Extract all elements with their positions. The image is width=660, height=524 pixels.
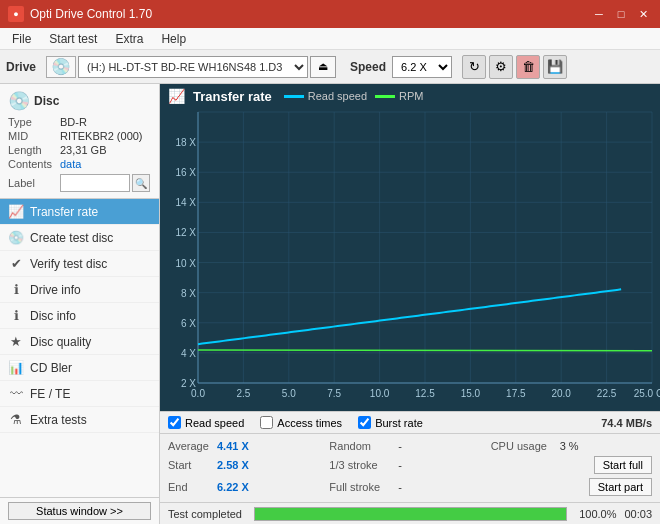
settings-icon[interactable]: ⚙ [489,55,513,79]
menubar: File Start test Extra Help [0,28,660,50]
chart-title: Transfer rate [193,89,272,104]
start-label: Start [168,459,213,471]
read-speed-checkbox[interactable] [168,416,181,429]
burst-rate-label: Burst rate [375,417,423,429]
main-content: 💿 Disc Type BD-R MID RITEKBR2 (000) Leng… [0,84,660,524]
nav-item-drive-info[interactable]: ℹ Drive info [0,277,159,303]
fe-te-icon: 〰 [8,386,24,401]
drive-select[interactable]: (H:) HL-DT-ST BD-RE WH16NS48 1.D3 [78,56,308,78]
chart-container [160,108,660,411]
end-label: End [168,481,213,493]
chart-controls: Read speed Access times Burst rate 74.4 … [160,411,660,433]
end-value: 6.22 X [217,481,257,493]
status-window-button[interactable]: Status window >> [8,502,151,520]
mid-value: RITEKBR2 (000) [60,130,143,142]
cd-bler-icon: 📊 [8,360,24,375]
nav-item-extra-tests[interactable]: ⚗ Extra tests [0,407,159,433]
menu-start-test[interactable]: Start test [41,30,105,48]
cpu-col: CPU usage 3 % [491,440,652,452]
access-times-checkbox-label[interactable]: Access times [260,416,342,429]
drive-info-icon: ℹ [8,282,24,297]
nav-item-verify-test-disc[interactable]: ✔ Verify test disc [0,251,159,277]
nav-label-extra-tests: Extra tests [30,413,87,427]
contents-value[interactable]: data [60,158,81,170]
nav-item-disc-info[interactable]: ℹ Disc info [0,303,159,329]
label-input[interactable] [60,174,130,192]
disc-heading: Disc [34,94,59,108]
label-edit-button[interactable]: 🔍 [132,174,150,192]
read-speed-checkbox-label[interactable]: Read speed [168,416,244,429]
drive-label: Drive [6,60,36,74]
nav-item-fe-te[interactable]: 〰 FE / TE [0,381,159,407]
burst-rate-checkbox[interactable] [358,416,371,429]
legend-rpm: RPM [375,90,423,102]
chart-legend: Read speed RPM [284,90,424,102]
menu-extra[interactable]: Extra [107,30,151,48]
type-key: Type [8,116,60,128]
nav-label-fe-te: FE / TE [30,387,70,401]
disc-icon: 💿 [8,90,30,112]
stats-row-2: Start 2.58 X 1/3 stroke - Start full [168,454,652,476]
erase-icon[interactable]: 🗑 [516,55,540,79]
stats-area: Average 4.41 X Random - CPU usage 3 % St… [160,433,660,502]
random-label: Random [329,440,394,452]
content-area: 📈 Transfer rate Read speed RPM Read sp [160,84,660,524]
full-stroke-value: - [398,481,418,493]
legend-read-color [284,95,304,98]
nav-label-disc-quality: Disc quality [30,335,91,349]
chart-title-icon: 📈 [168,88,185,104]
maximize-button[interactable]: □ [612,5,630,23]
legend-read-label: Read speed [308,90,367,102]
time-label: 00:03 [624,508,652,520]
end-col: End 6.22 X [168,481,329,493]
start-part-col: Start part [491,478,652,496]
avg-label: Average [168,440,213,452]
cpu-label: CPU usage [491,440,556,452]
start-full-button[interactable]: Start full [594,456,652,474]
app-icon: ● [8,6,24,22]
toolbar: Drive 💿 (H:) HL-DT-ST BD-RE WH16NS48 1.D… [0,50,660,84]
nav-item-create-test-disc[interactable]: 💿 Create test disc [0,225,159,251]
full-stroke-label: Full stroke [329,481,394,493]
status-text: Test completed [168,508,242,520]
random-col: Random - [329,440,490,452]
start-value: 2.58 X [217,459,257,471]
access-times-checkbox[interactable] [260,416,273,429]
nav-label-disc-info: Disc info [30,309,76,323]
full-stroke-col: Full stroke - [329,481,490,493]
close-button[interactable]: ✕ [634,5,652,23]
nav-label-verify-test-disc: Verify test disc [30,257,107,271]
disc-info-icon: ℹ [8,308,24,323]
avg-value: 4.41 X [217,440,257,452]
burst-rate-checkbox-label[interactable]: Burst rate [358,416,423,429]
avg-col: Average 4.41 X [168,440,329,452]
nav-item-disc-quality[interactable]: ★ Disc quality [0,329,159,355]
chart-header: 📈 Transfer rate Read speed RPM [160,84,660,108]
nav-item-transfer-rate[interactable]: 📈 Transfer rate [0,199,159,225]
sidebar-status: Status window >> [0,497,159,524]
sidebar: 💿 Disc Type BD-R MID RITEKBR2 (000) Leng… [0,84,160,524]
contents-key: Contents [8,158,60,170]
nav-list: 📈 Transfer rate 💿 Create test disc ✔ Ver… [0,199,159,497]
save-icon[interactable]: 💾 [543,55,567,79]
stats-row-3: End 6.22 X Full stroke - Start part [168,476,652,498]
transfer-rate-icon: 📈 [8,204,24,219]
statusbar: Test completed 100.0% 00:03 [160,502,660,524]
disc-quality-icon: ★ [8,334,24,349]
read-speed-label: Read speed [185,417,244,429]
minimize-button[interactable]: ─ [590,5,608,23]
nav-label-drive-info: Drive info [30,283,81,297]
start-part-button[interactable]: Start part [589,478,652,496]
eject-button[interactable]: ⏏ [310,56,336,78]
stroke-col: 1/3 stroke - [329,459,490,471]
nav-label-cd-bler: CD Bler [30,361,72,375]
menu-file[interactable]: File [4,30,39,48]
menu-help[interactable]: Help [153,30,194,48]
speed-select[interactable]: 6.2 X MAX 4.0 X 2.0 X [392,56,452,78]
refresh-icon[interactable]: ↻ [462,55,486,79]
cpu-value: 3 % [560,440,580,452]
progress-bar-container [254,507,567,521]
disc-panel: 💿 Disc Type BD-R MID RITEKBR2 (000) Leng… [0,84,159,199]
titlebar: ● Opti Drive Control 1.70 ─ □ ✕ [0,0,660,28]
nav-item-cd-bler[interactable]: 📊 CD Bler [0,355,159,381]
